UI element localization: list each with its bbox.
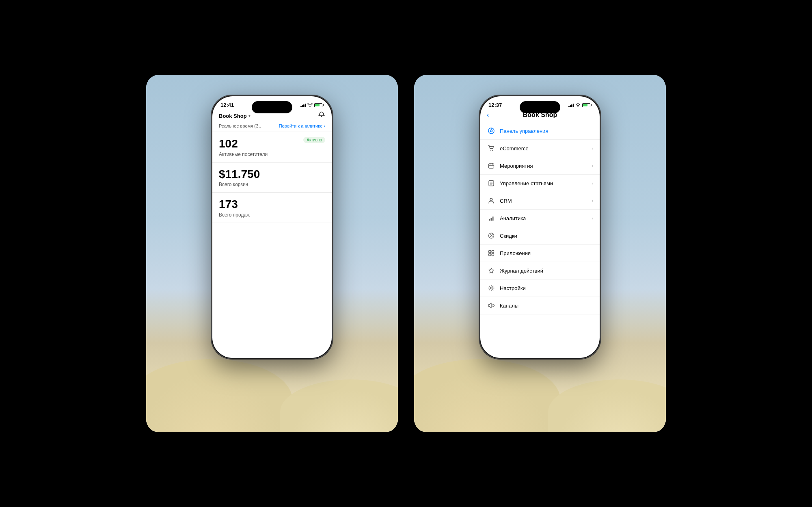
left-screen-card: 12:41 [146,75,398,432]
signal-icon-right [568,103,574,107]
menu-item-channels[interactable]: Каналы [480,297,600,314]
time-left: 12:41 [220,102,234,108]
phone-left-inner: 12:41 [212,96,332,358]
journal-icon [487,266,496,275]
svg-point-5 [490,150,491,151]
chevron-articles: › [592,181,593,186]
background-hills [146,351,398,432]
discount-icon [487,231,496,240]
calendar-icon [487,161,496,170]
svg-marker-27 [489,268,494,273]
status-icons-right [568,102,592,108]
svg-point-28 [490,287,492,289]
analytics-icon [487,214,496,223]
battery-icon-right [582,103,592,107]
metric-carts: $11.750 Всего корзин [212,162,332,193]
signal-icon-left [300,103,306,107]
svg-rect-23 [489,251,491,253]
back-button[interactable]: ‹ [487,111,489,119]
wifi-icon-right [575,102,581,108]
menu-label-settings: Настройки [500,285,593,291]
realtime-header: Реальное время (З… Перейти к аналитике › [212,124,332,132]
menu-label-dashboard: Панель управления [500,128,593,134]
analytics-link[interactable]: Перейти к аналитике › [279,124,325,128]
wifi-icon-left [307,103,313,108]
menu-label-discounts: Скидки [500,233,593,239]
svg-point-1 [578,106,579,107]
right-screen-card: 12:37 [414,75,666,432]
phone-right-inner: 12:37 [480,96,600,358]
notification-bell[interactable] [318,111,325,120]
menu-label-analytics: Аналитика [500,215,588,221]
hill-right-right [548,379,666,432]
svg-rect-17 [491,218,492,221]
menu-item-dashboard[interactable]: Панель управления [480,122,600,140]
status-icons-left [300,103,324,108]
chevron-crm: › [592,199,593,203]
menu-label-apps: Приложения [500,250,593,256]
menu-item-discounts[interactable]: Скидки [480,227,600,245]
menu-label-events: Мероприятия [500,163,588,169]
svg-point-21 [490,234,491,235]
svg-rect-26 [492,254,494,256]
chevron-icon: ▾ [248,114,251,118]
menu-label-journal: Журнал действий [500,268,593,274]
menu-item-apps[interactable]: Приложения [480,245,600,262]
active-badge: Активно [303,137,325,143]
menu-item-analytics[interactable]: Аналитика › [480,210,600,227]
hill-left-right [414,359,560,432]
metric-value-sales: 173 [219,197,325,211]
channels-icon [487,301,496,310]
svg-point-6 [492,150,493,151]
svg-rect-16 [489,219,490,221]
cart-icon [487,144,496,153]
phone-left: 12:41 [211,95,333,359]
metric-value-carts: $11.750 [219,167,325,181]
svg-rect-7 [489,164,494,168]
settings-icon [487,284,496,292]
dashboard-icon [487,126,496,135]
metric-label-sales: Всего продаж [219,212,325,218]
battery-icon-left [314,103,324,107]
menu-item-ecommerce[interactable]: eCommerce › [480,140,600,157]
svg-point-3 [490,130,492,132]
menu-label-articles: Управление статьями [500,180,588,186]
metric-visitors: Активно 102 Активные посетители [212,132,332,162]
menu-item-articles[interactable]: Управление статьями › [480,175,600,192]
svg-point-22 [492,236,492,237]
crm-icon [487,196,496,205]
article-icon [487,179,496,188]
svg-rect-25 [489,254,491,256]
svg-rect-24 [492,251,494,253]
menu-label-channels: Каналы [500,303,593,309]
app-title-left[interactable]: Book Shop ▾ [219,113,251,119]
chevron-ecommerce: › [592,146,593,151]
app-title-text: Book Shop [219,113,247,119]
svg-rect-18 [492,217,494,221]
chevron-analytics: › [592,216,593,221]
metric-label-visitors: Активные посетители [219,152,325,157]
realtime-label: Реальное время (З… [219,124,263,128]
svg-point-0 [310,106,311,107]
time-right: 12:37 [488,102,502,108]
svg-point-15 [490,198,492,201]
menu-item-crm[interactable]: CRM › [480,192,600,210]
chevron-events: › [592,164,593,168]
metric-label-carts: Всего корзин [219,182,325,187]
dynamic-island-right [520,101,560,113]
hill-left [146,359,292,432]
dynamic-island-left [252,101,292,113]
menu-item-settings[interactable]: Настройки [480,280,600,297]
background-hills-right [414,351,666,432]
menu-item-journal[interactable]: Журнал действий [480,262,600,280]
phone-right: 12:37 [479,95,601,359]
menu-label-crm: CRM [500,198,588,204]
menu-item-events[interactable]: Мероприятия › [480,157,600,175]
hill-right [280,379,398,432]
metric-sales: 173 Всего продаж [212,193,332,223]
menu-label-ecommerce: eCommerce [500,145,588,152]
apps-icon [487,249,496,258]
